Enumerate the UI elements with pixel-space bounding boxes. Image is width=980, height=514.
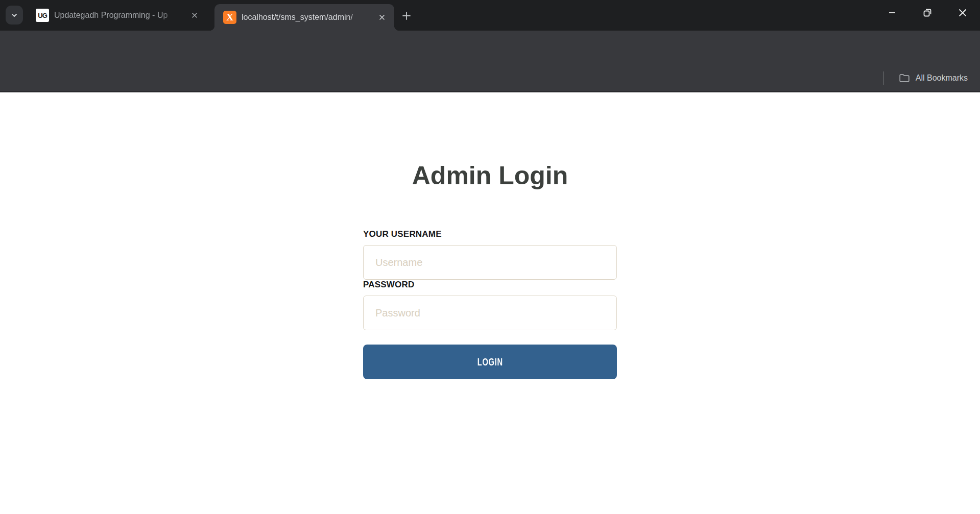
login-button-label: LOGIN [477, 356, 503, 368]
restore-button[interactable] [910, 0, 945, 26]
browser-toolbar: localhost/t/sms_system/admin/index.php I… [0, 31, 980, 64]
updategadh-favicon-icon: UG [36, 9, 49, 22]
tab-title: Updategadh Programming - Up [54, 11, 187, 20]
page-title: Admin Login [363, 160, 617, 191]
login-form: YOUR USERNAME PASSWORD LOGIN [363, 229, 617, 379]
window-controls [874, 0, 980, 26]
close-icon [191, 12, 198, 19]
restore-icon [922, 8, 933, 18]
tab-localhost-active[interactable]: X localhost/t/sms_system/admin/ [214, 4, 394, 31]
tab-title: localhost/t/sms_system/admin/ [242, 13, 375, 22]
tab-search-button[interactable] [6, 6, 23, 25]
browser-window: UG Updategadh Programming - Up X localho… [0, 0, 980, 514]
tab-close-button[interactable] [189, 10, 200, 20]
all-bookmarks-label: All Bookmarks [916, 74, 968, 83]
password-label: PASSWORD [363, 280, 617, 290]
minimize-button[interactable] [874, 0, 910, 26]
all-bookmarks-button[interactable]: All Bookmarks [883, 64, 968, 91]
tab-strip: UG Updategadh Programming - Up X localho… [0, 0, 980, 31]
tab-close-button[interactable] [377, 12, 387, 22]
close-window-button[interactable] [945, 0, 980, 26]
login-card: Admin Login YOUR USERNAME PASSWORD LOGIN [363, 92, 617, 379]
login-button[interactable]: LOGIN [363, 345, 617, 379]
close-icon [958, 8, 968, 18]
bookmarks-divider [883, 71, 884, 85]
tab-updategadh[interactable]: UG Updategadh Programming - Up [28, 4, 207, 27]
folder-icon [898, 72, 911, 84]
username-input[interactable] [363, 245, 617, 280]
bookmarks-bar: All Bookmarks [0, 64, 980, 92]
xampp-favicon-icon: X [223, 11, 236, 24]
username-label: YOUR USERNAME [363, 229, 617, 239]
close-icon [378, 14, 386, 21]
password-input[interactable] [363, 296, 617, 330]
minimize-icon [887, 8, 897, 18]
plus-icon [401, 10, 412, 21]
chevron-down-icon [10, 11, 18, 19]
page-content: Admin Login YOUR USERNAME PASSWORD LOGIN [0, 92, 980, 514]
new-tab-button[interactable] [399, 9, 414, 23]
